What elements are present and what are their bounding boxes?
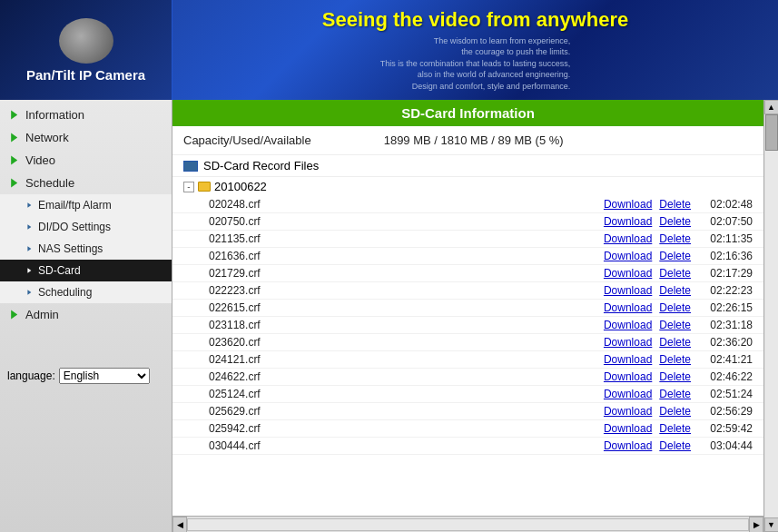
sidebar-item-video[interactable]: Video: [0, 149, 172, 172]
sidebar-item-information[interactable]: Information: [0, 103, 172, 126]
sidebar-item-email-ftp[interactable]: Email/ftp Alarm: [0, 194, 172, 216]
delete-link[interactable]: Delete: [659, 215, 691, 228]
file-name: 020750.crf: [209, 215, 604, 228]
sidebar-item-nas[interactable]: NAS Settings: [0, 238, 172, 260]
delete-link[interactable]: Delete: [659, 232, 691, 245]
arrow-icon: [7, 132, 20, 144]
download-link[interactable]: Download: [604, 388, 652, 400]
logo-area: Pan/Tilt IP Camera: [0, 0, 172, 100]
delete-link[interactable]: Delete: [659, 198, 691, 211]
sub-arrow-icon: [25, 289, 33, 296]
download-link[interactable]: Download: [604, 267, 652, 280]
download-link[interactable]: Download: [604, 301, 652, 314]
file-time: 02:51:24: [698, 388, 753, 400]
arrow-icon: [7, 177, 20, 190]
folder-icon: [198, 182, 211, 192]
delete-link[interactable]: Delete: [659, 353, 691, 366]
file-name: 022223.crf: [209, 284, 604, 297]
sd-record-row: SD-Card Record Files: [172, 155, 763, 177]
download-link[interactable]: Download: [604, 232, 652, 245]
table-row: 030444.crfDownloadDelete03:04:44: [172, 438, 763, 455]
download-link[interactable]: Download: [604, 370, 652, 383]
file-time: 02:41:21: [698, 353, 753, 366]
arrow-icon: [7, 154, 20, 167]
record-files-label: SD-Card Record Files: [203, 159, 319, 172]
file-time: 02:11:35: [698, 232, 753, 245]
delete-link[interactable]: Delete: [659, 284, 691, 297]
table-row: 020750.crfDownloadDelete02:07:50: [172, 213, 763, 231]
sidebar-item-schedule[interactable]: Schedule: [0, 172, 172, 194]
download-link[interactable]: Download: [604, 422, 652, 435]
delete-link[interactable]: Delete: [659, 250, 691, 262]
table-row: 023118.crfDownloadDelete02:31:18: [172, 317, 763, 334]
sidebar-item-label: Information: [25, 108, 84, 122]
sidebar-item-label: Schedule: [25, 176, 74, 190]
scroll-track: [765, 114, 778, 517]
sidebar-item-scheduling[interactable]: Scheduling: [0, 281, 172, 303]
folder-name: 20100622: [214, 180, 267, 193]
vertical-scrollbar[interactable]: ▲ ▼: [763, 100, 778, 532]
download-link[interactable]: Download: [604, 198, 652, 211]
download-link[interactable]: Download: [604, 336, 652, 349]
sidebar-item-network[interactable]: Network: [0, 126, 172, 149]
file-name: 022615.crf: [209, 301, 604, 314]
sd-capacity-row: Capacity/Used/Available 1899 MB / 1810 M…: [172, 126, 763, 155]
file-time: 02:22:23: [698, 284, 753, 297]
header-title-area: Seeing the video from anywhere The wisdo…: [172, 8, 778, 93]
scroll-up-button[interactable]: ▲: [764, 100, 779, 114]
scroll-thumb[interactable]: [765, 114, 778, 151]
download-link[interactable]: Download: [604, 405, 652, 418]
delete-link[interactable]: Delete: [659, 319, 691, 331]
arrow-icon: [7, 109, 20, 122]
download-link[interactable]: Download: [604, 250, 652, 262]
delete-link[interactable]: Delete: [659, 267, 691, 280]
sidebar-item-di-do[interactable]: DI/DO Settings: [0, 216, 172, 238]
download-link[interactable]: Download: [604, 284, 652, 297]
download-link[interactable]: Download: [604, 215, 652, 228]
sidebar-item-admin[interactable]: Admin: [0, 303, 172, 326]
camera-icon: [59, 18, 113, 64]
sub-arrow-icon: [25, 223, 33, 231]
horizontal-scrollbar[interactable]: ◀ ▶: [172, 516, 763, 532]
scroll-down-button[interactable]: ▼: [764, 517, 779, 532]
table-row: 025124.crfDownloadDelete02:51:24: [172, 386, 763, 403]
file-name: 023620.crf: [209, 336, 604, 349]
hscroll-left-button[interactable]: ◀: [172, 517, 187, 533]
file-name: 025124.crf: [209, 388, 604, 400]
language-select[interactable]: English Chinese: [59, 368, 150, 384]
hscroll-track: [187, 518, 749, 531]
delete-link[interactable]: Delete: [659, 439, 691, 452]
sidebar-item-sd-card[interactable]: SD-Card: [0, 260, 172, 281]
delete-link[interactable]: Delete: [659, 388, 691, 400]
content-area: SD-Card Information Capacity/Used/Availa…: [172, 100, 763, 532]
file-name: 021729.crf: [209, 267, 604, 280]
sub-arrow-icon: [25, 267, 33, 274]
delete-link[interactable]: Delete: [659, 405, 691, 418]
file-name: 024622.crf: [209, 370, 604, 383]
file-rows-container: 020248.crfDownloadDelete02:02:48020750.c…: [172, 196, 763, 455]
file-time: 02:36:20: [698, 336, 753, 349]
download-link[interactable]: Download: [604, 439, 652, 452]
table-row: 020248.crfDownloadDelete02:02:48: [172, 196, 763, 213]
file-name: 020248.crf: [209, 198, 604, 211]
table-row: 021636.crfDownloadDelete02:16:36: [172, 248, 763, 265]
capacity-label: Capacity/Used/Available: [183, 133, 311, 147]
delete-link[interactable]: Delete: [659, 370, 691, 383]
arrow-icon: [7, 309, 20, 321]
hscroll-right-button[interactable]: ▶: [749, 517, 763, 533]
delete-link[interactable]: Delete: [659, 336, 691, 349]
file-time: 02:07:50: [698, 215, 753, 228]
download-link[interactable]: Download: [604, 319, 652, 331]
delete-link[interactable]: Delete: [659, 422, 691, 435]
folder-row[interactable]: - 20100622: [172, 177, 763, 196]
table-row: 022223.crfDownloadDelete02:22:23: [172, 282, 763, 300]
delete-link[interactable]: Delete: [659, 301, 691, 314]
file-name: 030444.crf: [209, 439, 604, 452]
download-link[interactable]: Download: [604, 353, 652, 366]
table-row: 022615.crfDownloadDelete02:26:15: [172, 300, 763, 317]
file-time: 02:46:22: [698, 370, 753, 383]
language-label: language:: [7, 369, 55, 382]
language-row: language: English Chinese: [0, 362, 172, 389]
expand-icon[interactable]: -: [183, 182, 194, 192]
header: Pan/Tilt IP Camera Seeing the video from…: [0, 0, 778, 100]
